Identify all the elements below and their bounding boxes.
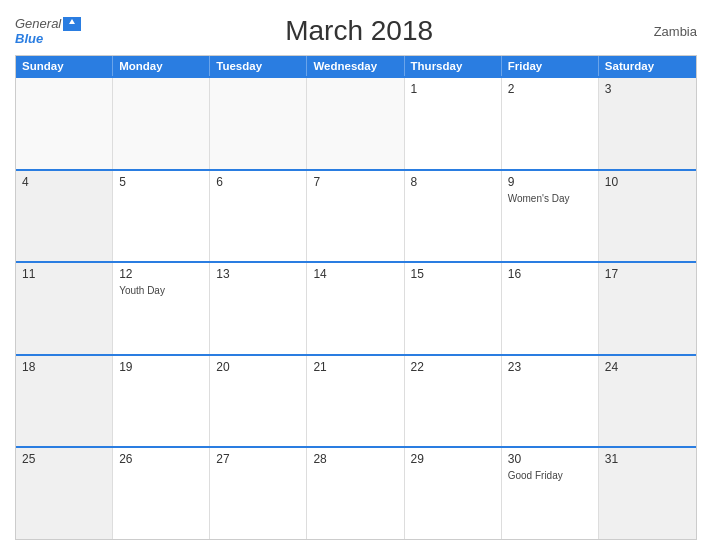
calendar-cell: 28 xyxy=(307,448,404,539)
calendar-cell: 30Good Friday xyxy=(502,448,599,539)
calendar-row-3: 1112Youth Day1314151617 xyxy=(16,261,696,354)
day-number: 31 xyxy=(605,452,690,466)
calendar-cell: 15 xyxy=(405,263,502,354)
calendar-cell: 9Women's Day xyxy=(502,171,599,262)
day-number: 24 xyxy=(605,360,690,374)
calendar-cell: 25 xyxy=(16,448,113,539)
calendar-header: Sunday Monday Tuesday Wednesday Thursday… xyxy=(16,56,696,76)
col-saturday: Saturday xyxy=(599,56,696,76)
day-number: 13 xyxy=(216,267,300,281)
calendar-cell: 29 xyxy=(405,448,502,539)
day-number: 6 xyxy=(216,175,300,189)
logo-blue-text: Blue xyxy=(15,31,43,46)
col-monday: Monday xyxy=(113,56,210,76)
calendar-cell: 18 xyxy=(16,356,113,447)
day-event: Good Friday xyxy=(508,470,592,481)
logo: General Blue xyxy=(15,16,81,46)
day-number: 30 xyxy=(508,452,592,466)
calendar-cell: 19 xyxy=(113,356,210,447)
calendar-cell: 7 xyxy=(307,171,404,262)
calendar-cell: 1 xyxy=(405,78,502,169)
calendar-cell: 14 xyxy=(307,263,404,354)
day-number: 22 xyxy=(411,360,495,374)
col-friday: Friday xyxy=(502,56,599,76)
day-event: Women's Day xyxy=(508,193,592,204)
calendar-cell: 20 xyxy=(210,356,307,447)
calendar: Sunday Monday Tuesday Wednesday Thursday… xyxy=(15,55,697,540)
calendar-cell xyxy=(16,78,113,169)
day-number: 26 xyxy=(119,452,203,466)
day-number: 29 xyxy=(411,452,495,466)
day-number: 11 xyxy=(22,267,106,281)
calendar-cell: 24 xyxy=(599,356,696,447)
calendar-cell: 13 xyxy=(210,263,307,354)
calendar-row-4: 18192021222324 xyxy=(16,354,696,447)
day-number: 18 xyxy=(22,360,106,374)
calendar-body: 123456789Women's Day101112Youth Day13141… xyxy=(16,76,696,539)
day-number: 8 xyxy=(411,175,495,189)
calendar-cell xyxy=(307,78,404,169)
day-number: 3 xyxy=(605,82,690,96)
col-thursday: Thursday xyxy=(405,56,502,76)
day-number: 2 xyxy=(508,82,592,96)
day-number: 16 xyxy=(508,267,592,281)
calendar-cell: 26 xyxy=(113,448,210,539)
calendar-cell xyxy=(113,78,210,169)
day-number: 12 xyxy=(119,267,203,281)
col-sunday: Sunday xyxy=(16,56,113,76)
calendar-row-5: 252627282930Good Friday31 xyxy=(16,446,696,539)
day-event: Youth Day xyxy=(119,285,203,296)
calendar-cell: 31 xyxy=(599,448,696,539)
day-number: 23 xyxy=(508,360,592,374)
calendar-cell: 12Youth Day xyxy=(113,263,210,354)
day-number: 27 xyxy=(216,452,300,466)
page: General Blue March 2018 Zambia Sunday Mo… xyxy=(0,0,712,550)
day-number: 28 xyxy=(313,452,397,466)
col-wednesday: Wednesday xyxy=(307,56,404,76)
col-tuesday: Tuesday xyxy=(210,56,307,76)
day-number: 10 xyxy=(605,175,690,189)
calendar-row-2: 456789Women's Day10 xyxy=(16,169,696,262)
day-number: 19 xyxy=(119,360,203,374)
logo-flag-icon xyxy=(63,17,81,31)
calendar-cell: 2 xyxy=(502,78,599,169)
day-number: 5 xyxy=(119,175,203,189)
calendar-cell: 22 xyxy=(405,356,502,447)
day-number: 17 xyxy=(605,267,690,281)
day-number: 21 xyxy=(313,360,397,374)
calendar-cell: 3 xyxy=(599,78,696,169)
calendar-cell: 16 xyxy=(502,263,599,354)
day-number: 25 xyxy=(22,452,106,466)
calendar-cell: 27 xyxy=(210,448,307,539)
country-label: Zambia xyxy=(637,24,697,39)
calendar-row-1: 123 xyxy=(16,76,696,169)
day-number: 14 xyxy=(313,267,397,281)
calendar-cell xyxy=(210,78,307,169)
calendar-title: March 2018 xyxy=(81,15,637,47)
calendar-cell: 10 xyxy=(599,171,696,262)
calendar-cell: 17 xyxy=(599,263,696,354)
calendar-cell: 8 xyxy=(405,171,502,262)
day-number: 1 xyxy=(411,82,495,96)
header: General Blue March 2018 Zambia xyxy=(15,10,697,55)
day-number: 4 xyxy=(22,175,106,189)
calendar-cell: 21 xyxy=(307,356,404,447)
day-number: 20 xyxy=(216,360,300,374)
day-number: 9 xyxy=(508,175,592,189)
calendar-cell: 23 xyxy=(502,356,599,447)
calendar-cell: 6 xyxy=(210,171,307,262)
day-number: 7 xyxy=(313,175,397,189)
calendar-cell: 11 xyxy=(16,263,113,354)
calendar-cell: 4 xyxy=(16,171,113,262)
calendar-cell: 5 xyxy=(113,171,210,262)
logo-general-text: General xyxy=(15,16,61,31)
day-number: 15 xyxy=(411,267,495,281)
